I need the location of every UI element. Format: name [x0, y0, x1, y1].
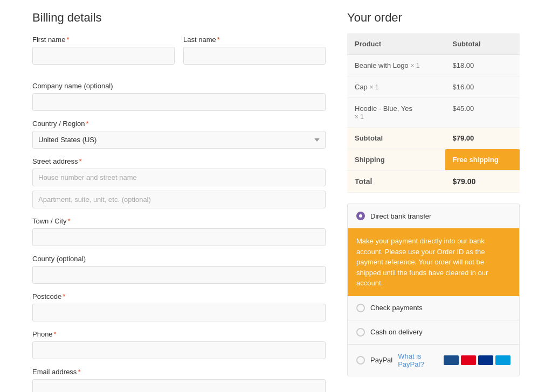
- postcode-input[interactable]: [32, 304, 326, 321]
- order-item-2: Hoodie - Blue, Yes × 1 $45.00: [347, 98, 520, 128]
- street-address-group: Street address*: [32, 157, 326, 208]
- order-item-0: Beanie with Logo × 1 $18.00: [347, 55, 520, 76]
- street-address-label: Street address*: [32, 157, 326, 165]
- last-name-group: Last name*: [183, 36, 326, 65]
- billing-title: Billing details: [32, 11, 326, 25]
- email-group: Email address*: [32, 368, 326, 392]
- street-address-input[interactable]: [32, 169, 326, 186]
- email-label: Email address*: [32, 368, 326, 376]
- payment-option-paypal[interactable]: PayPal What is PayPal?: [348, 345, 519, 376]
- company-name-label: Company name (optional): [32, 82, 326, 90]
- subtotal-row: Subtotal $79.00: [347, 128, 520, 149]
- first-name-group: First name*: [32, 36, 175, 65]
- postcode-label: Postcode*: [32, 292, 326, 300]
- item-name-0: Beanie with Logo × 1: [347, 55, 445, 76]
- company-name-group: Company name (optional): [32, 82, 326, 111]
- radio-cash[interactable]: [356, 328, 365, 337]
- county-group: County (optional): [32, 255, 326, 284]
- paypal-link[interactable]: What is PayPal?: [398, 352, 438, 368]
- total-value: $79.00: [445, 171, 520, 193]
- first-name-label: First name*: [32, 36, 175, 44]
- col-product: Product: [347, 33, 445, 55]
- card-icon-2: [461, 355, 476, 365]
- card-icon-1: [444, 355, 459, 365]
- company-name-input[interactable]: [32, 93, 326, 111]
- radio-direct-bank[interactable]: [356, 212, 365, 220]
- shipping-label: Shipping: [347, 149, 445, 171]
- col-subtotal: Subtotal: [445, 33, 520, 55]
- county-label: County (optional): [32, 255, 326, 263]
- paypal-icons: [444, 355, 510, 365]
- payment-label-cash: Cash on delivery: [370, 328, 423, 336]
- order-title: Your order: [347, 11, 520, 25]
- item-price-2: $45.00: [445, 98, 520, 128]
- first-name-input[interactable]: [32, 47, 175, 65]
- payment-option-direct-bank[interactable]: Direct bank transfer: [348, 204, 519, 228]
- total-label: Total: [347, 171, 445, 193]
- town-city-group: Town / City*: [32, 217, 326, 246]
- payment-option-cash[interactable]: Cash on delivery: [348, 320, 519, 345]
- order-item-1: Cap × 1 $16.00: [347, 76, 520, 98]
- payment-label-check: Check payments: [370, 304, 423, 312]
- payment-label-direct-bank: Direct bank transfer: [370, 212, 431, 220]
- phone-input[interactable]: [32, 341, 326, 359]
- item-name-1: Cap × 1: [347, 76, 445, 98]
- phone-label: Phone*: [32, 330, 326, 338]
- apt-input[interactable]: [32, 191, 326, 208]
- country-select[interactable]: United States (US): [32, 131, 326, 149]
- total-row: Total $79.00: [347, 171, 520, 193]
- country-group: Country / Region* United States (US): [32, 120, 326, 149]
- payment-info-direct-bank: Make your payment directly into our bank…: [348, 228, 519, 296]
- last-name-label: Last name*: [183, 36, 326, 44]
- country-label: Country / Region*: [32, 120, 326, 128]
- card-icon-4: [495, 355, 510, 365]
- postcode-group: Postcode*: [32, 292, 326, 321]
- payment-section: Direct bank transfer Make your payment d…: [347, 204, 520, 376]
- county-input[interactable]: [32, 266, 326, 284]
- town-city-label: Town / City*: [32, 217, 326, 225]
- item-name-2: Hoodie - Blue, Yes × 1: [347, 98, 445, 128]
- phone-group: Phone*: [32, 330, 326, 359]
- shipping-row: Shipping Free shipping: [347, 149, 520, 171]
- shipping-value: Free shipping: [445, 149, 520, 171]
- card-icon-3: [478, 355, 493, 365]
- town-city-input[interactable]: [32, 228, 326, 246]
- payment-label-paypal: PayPal: [370, 356, 392, 364]
- subtotal-label: Subtotal: [347, 128, 445, 149]
- email-input[interactable]: [32, 379, 326, 392]
- order-table: Product Subtotal Beanie with Logo × 1 $1…: [347, 33, 520, 193]
- payment-option-check[interactable]: Check payments: [348, 296, 519, 320]
- radio-check[interactable]: [356, 304, 365, 312]
- last-name-input[interactable]: [183, 47, 326, 65]
- item-price-1: $16.00: [445, 76, 520, 98]
- item-price-0: $18.00: [445, 55, 520, 76]
- radio-paypal[interactable]: [356, 356, 365, 365]
- subtotal-value: $79.00: [445, 128, 520, 149]
